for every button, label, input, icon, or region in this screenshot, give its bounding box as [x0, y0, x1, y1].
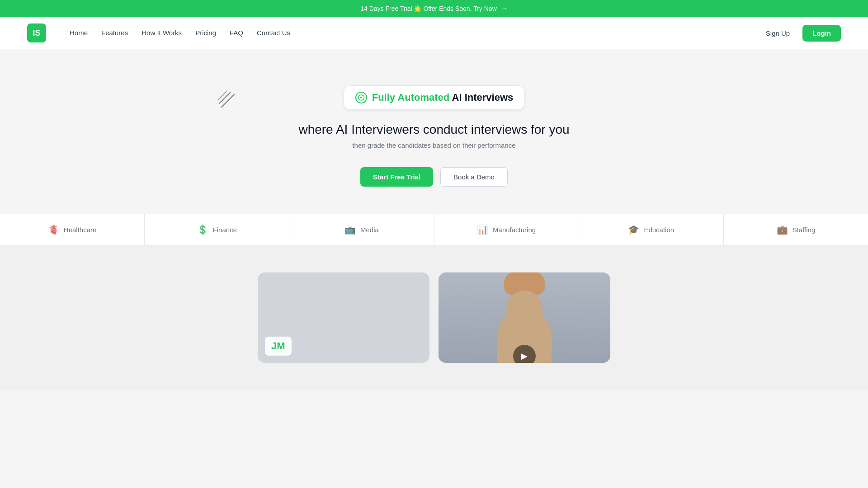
svg-point-4: [360, 97, 362, 99]
login-button[interactable]: Login: [802, 25, 841, 42]
video-card-right: ▶: [439, 272, 610, 363]
video-card-left: JM: [258, 272, 429, 363]
nav-item-how-it-works[interactable]: How It Works: [136, 29, 187, 37]
industries-bar: 🫀 Healthcare 💲 Finance 📺 Media 📊 Manufac…: [0, 214, 868, 245]
logo[interactable]: IS: [27, 23, 46, 42]
hero-badge: Fully Automated AI Interviews: [344, 85, 525, 110]
hero-buttons: Start Free Trial Book a Demo: [9, 167, 859, 187]
nav-link-home[interactable]: Home: [64, 25, 93, 40]
banner-arrow: →: [500, 5, 508, 13]
education-icon: 🎓: [628, 224, 639, 235]
nav-right: Sign Up Login: [759, 25, 841, 42]
industry-media: 📺 Media: [289, 214, 434, 245]
manufacturing-icon: 📊: [477, 224, 488, 235]
start-trial-button[interactable]: Start Free Trial: [360, 167, 433, 187]
industry-staffing: 💼 Staffing: [724, 214, 868, 245]
industry-finance-label: Finance: [213, 226, 237, 234]
industry-education: 🎓 Education: [579, 214, 724, 245]
industry-healthcare-label: Healthcare: [64, 226, 97, 234]
hero-badge-green: Fully Automated: [372, 92, 450, 103]
nav-link-features[interactable]: Features: [96, 25, 133, 40]
svg-line-2: [218, 91, 227, 100]
hero-badge-text: Fully Automated AI Interviews: [372, 92, 514, 103]
nav-item-faq[interactable]: FAQ: [224, 29, 249, 37]
industry-education-label: Education: [644, 226, 674, 234]
hero-section: Fully Automated AI Interviews where AI I…: [0, 49, 868, 214]
nav-item-contact[interactable]: Contact Us: [251, 29, 296, 37]
media-icon: 📺: [344, 224, 356, 235]
svg-line-1: [222, 94, 234, 107]
nav-item-home[interactable]: Home: [64, 29, 93, 37]
svg-line-0: [219, 92, 231, 103]
nav-links: Home Features How It Works Pricing FAQ C…: [64, 29, 296, 37]
nav-link-faq[interactable]: FAQ: [224, 25, 249, 40]
hero-description: then grade the candidates based on their…: [9, 141, 859, 149]
video-section: JM ▶: [0, 245, 868, 390]
hero-badge-black2: AI Interviews: [452, 92, 514, 103]
staffing-icon: 💼: [777, 224, 788, 235]
industry-finance: 💲 Finance: [145, 214, 289, 245]
nav-item-features[interactable]: Features: [96, 29, 133, 37]
healthcare-icon: 🫀: [48, 224, 59, 235]
industry-staffing-label: Staffing: [793, 226, 816, 234]
nav-link-pricing[interactable]: Pricing: [190, 25, 222, 40]
industry-healthcare: 🫀 Healthcare: [0, 214, 145, 245]
robot-icon: [355, 91, 368, 104]
hero-subtitle: where AI Interviewers conduct interviews…: [9, 122, 859, 137]
avatar-initials: JM: [265, 337, 292, 356]
navbar: IS Home Features How It Works Pricing FA…: [0, 17, 868, 49]
nav-link-contact[interactable]: Contact Us: [251, 25, 296, 40]
decorative-lines: [217, 90, 235, 110]
industry-manufacturing: 📊 Manufacturing: [434, 214, 579, 245]
book-demo-button[interactable]: Book a Demo: [440, 167, 508, 187]
nav-item-pricing[interactable]: Pricing: [190, 29, 222, 37]
industry-media-label: Media: [360, 226, 379, 234]
banner-text: 14 Days Free Trial 🌟 Offer Ends Soon, Tr…: [360, 5, 497, 12]
sign-up-button[interactable]: Sign Up: [759, 26, 797, 41]
nav-link-how-it-works[interactable]: How It Works: [136, 25, 187, 40]
industry-manufacturing-label: Manufacturing: [493, 226, 536, 234]
top-banner[interactable]: 14 Days Free Trial 🌟 Offer Ends Soon, Tr…: [0, 0, 868, 17]
finance-icon: 💲: [197, 224, 208, 235]
